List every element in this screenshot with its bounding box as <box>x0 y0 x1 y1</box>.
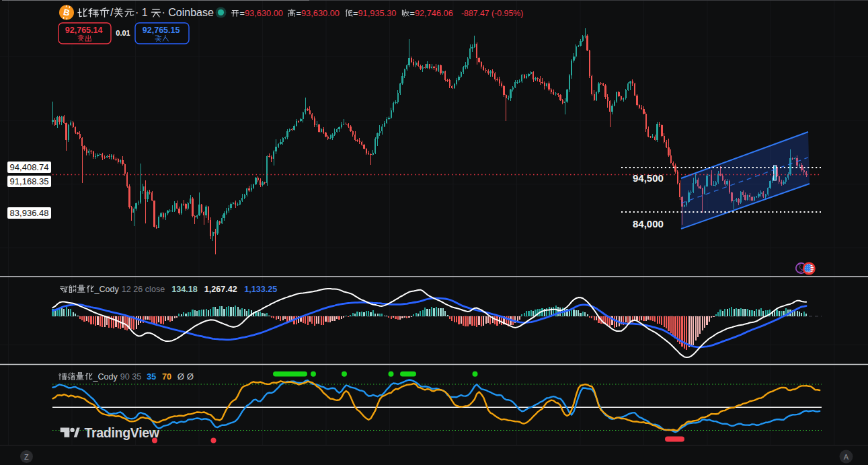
svg-text:94,500: 94,500 <box>633 172 664 184</box>
svg-text:91,168.35: 91,168.35 <box>10 176 49 186</box>
svg-text:· 1: · 1 <box>135 7 148 18</box>
svg-text:90 35: 90 35 <box>120 372 142 382</box>
svg-text:83,936.48: 83,936.48 <box>10 208 49 218</box>
svg-text:1,133.25: 1,133.25 <box>244 285 277 294</box>
svg-text:=: = <box>410 8 415 18</box>
svg-text:-887.47 (-0.95%): -887.47 (-0.95%) <box>461 9 523 18</box>
svg-text:Z: Z <box>24 453 29 461</box>
svg-text:134.18: 134.18 <box>171 285 198 294</box>
svg-text:_Cody: _Cody <box>92 372 118 382</box>
svg-text:84,000: 84,000 <box>633 218 664 229</box>
svg-text:=: = <box>240 8 245 18</box>
svg-text:94,408.74: 94,408.74 <box>10 162 49 172</box>
svg-text:12 26 close: 12 26 close <box>122 285 165 294</box>
svg-text:Ø Ø: Ø Ø <box>177 371 194 382</box>
svg-text:70: 70 <box>162 372 171 382</box>
svg-text:1,267.42: 1,267.42 <box>204 285 237 294</box>
svg-text:93,630.00: 93,630.00 <box>245 8 283 18</box>
svg-text:92,746.06: 92,746.06 <box>415 8 453 18</box>
svg-text:92,765.14: 92,765.14 <box>65 26 103 35</box>
svg-text:=: = <box>353 8 358 18</box>
svg-text:0.01: 0.01 <box>116 29 130 37</box>
svg-text:91,935.30: 91,935.30 <box>358 8 397 18</box>
svg-text:35: 35 <box>147 372 156 382</box>
svg-text:· Coinbase: · Coinbase <box>162 7 214 18</box>
svg-text:_Cody: _Cody <box>93 285 119 294</box>
svg-text:92,765.15: 92,765.15 <box>143 26 180 35</box>
svg-text:=: = <box>297 8 301 18</box>
svg-text:/: / <box>110 7 114 18</box>
svg-text:93,630.00: 93,630.00 <box>301 8 340 18</box>
svg-text:A: A <box>844 453 849 461</box>
svg-text:TradingView: TradingView <box>85 425 160 440</box>
